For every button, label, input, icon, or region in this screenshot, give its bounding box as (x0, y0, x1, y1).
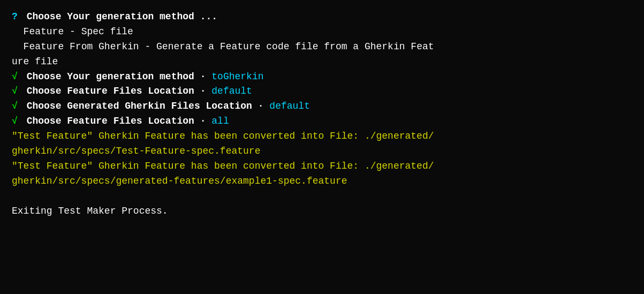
answer-value-2: default (206, 84, 252, 99)
answer-label-2: Choose Feature Files Location (21, 84, 200, 99)
check-icon-1: √ (12, 70, 18, 85)
exiting-text: Exiting Test Maker Process. (12, 204, 168, 219)
line-answer-3: √ Choose Generated Gherkin Files Locatio… (12, 99, 632, 114)
line-option-1: Feature - Spec file (12, 25, 632, 40)
empty-line (12, 189, 632, 204)
option-2-text: Feature From Gherkin - Generate a Featur… (12, 40, 434, 70)
answer-label-4: Choose Feature Files Location (21, 114, 200, 129)
check-icon-3: √ (12, 99, 18, 114)
answer-label-1: Choose Your generation method (21, 70, 200, 85)
terminal: ? Choose Your generation method ... Feat… (0, 0, 644, 294)
dot-2: · (200, 84, 206, 99)
line-output-2: "Test Feature" Gherkin Feature has been … (12, 159, 632, 189)
question-mark-icon: ? (12, 10, 18, 25)
answer-label-3: Choose Generated Gherkin Files Location (21, 99, 258, 114)
question-text: Choose Your generation method ... (21, 10, 217, 25)
answer-value-1: toGherkin (206, 70, 264, 85)
option-1-text: Feature - Spec file (12, 25, 133, 40)
line-output-1: "Test Feature" Gherkin Feature has been … (12, 129, 632, 159)
dot-4: · (200, 114, 206, 129)
answer-value-3: default (264, 99, 310, 114)
line-answer-1: √ Choose Your generation method · toGher… (12, 70, 632, 85)
line-exiting: Exiting Test Maker Process. (12, 204, 632, 219)
line-question: ? Choose Your generation method ... (12, 10, 632, 25)
check-icon-2: √ (12, 84, 18, 99)
output-text-1: "Test Feature" Gherkin Feature has been … (12, 129, 434, 159)
output-text-2: "Test Feature" Gherkin Feature has been … (12, 159, 434, 189)
check-icon-4: √ (12, 114, 18, 129)
answer-value-4: all (206, 114, 229, 129)
line-option-2: Feature From Gherkin - Generate a Featur… (12, 40, 632, 70)
line-answer-4: √ Choose Feature Files Location · all (12, 114, 632, 129)
line-answer-2: √ Choose Feature Files Location · defaul… (12, 84, 632, 99)
dot-3: · (258, 99, 264, 114)
dot-1: · (200, 70, 206, 85)
